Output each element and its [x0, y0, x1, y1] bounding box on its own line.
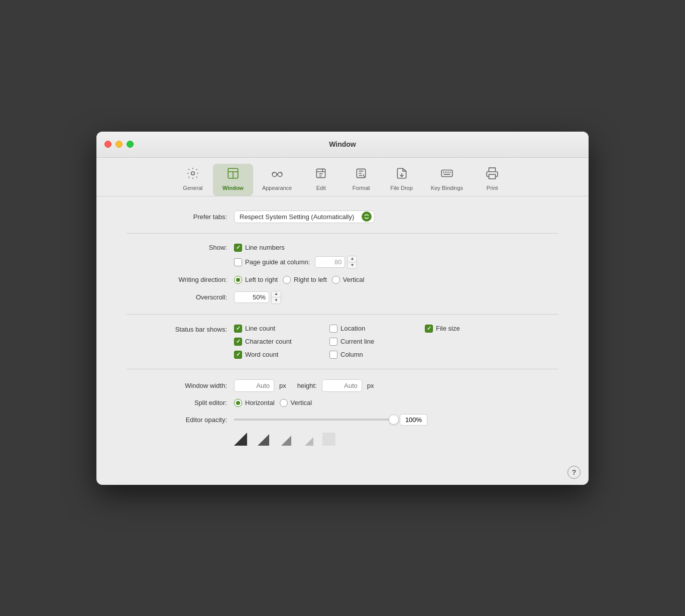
opacity-slider-track [234, 419, 395, 421]
opacity-slider-thumb[interactable] [389, 415, 399, 425]
tab-print[interactable]: Print [472, 164, 512, 196]
opacity-value: 100% [400, 414, 427, 426]
horizontal-radio[interactable] [234, 399, 242, 407]
maximize-button[interactable] [127, 141, 134, 148]
page-guide-checkbox[interactable] [234, 258, 242, 266]
close-button[interactable] [104, 141, 111, 148]
window-size-content: px height: px [234, 379, 374, 392]
format-icon [355, 167, 368, 183]
swatch-3[interactable] [278, 433, 291, 448]
tab-appearance-label: Appearance [262, 185, 292, 191]
size-swatches [234, 433, 558, 448]
prefer-tabs-select[interactable]: Respect System Setting (Automatically) [234, 211, 375, 223]
file-size-checkbox[interactable] [425, 325, 433, 333]
location-group[interactable]: Location [329, 325, 420, 333]
overscroll-decrement[interactable]: ▼ [272, 297, 281, 303]
horizontal-radio-group[interactable]: Horizontal [234, 399, 275, 407]
tab-appearance[interactable]: Appearance [253, 164, 301, 196]
tab-edit-label: Edit [316, 185, 326, 191]
current-line-group[interactable]: Current line [329, 338, 420, 346]
line-count-checkbox[interactable] [234, 325, 242, 333]
page-guide-input[interactable]: 80 [315, 256, 345, 268]
print-icon [486, 167, 499, 183]
page-guide-stepper-buttons: ▲ ▼ [347, 256, 357, 269]
swatch-1[interactable] [234, 433, 247, 448]
file-size-group[interactable]: File size [425, 325, 515, 333]
split-editor-options: Horizontal Vertical [234, 399, 312, 407]
line-count-label: Line count [245, 325, 275, 332]
svg-rect-20 [489, 174, 496, 179]
line-numbers-label: Line numbers [245, 244, 285, 251]
tab-file-drop[interactable]: File Drop [381, 164, 422, 196]
vertical-label: Vertical [343, 276, 365, 283]
window-width-input[interactable] [234, 379, 274, 392]
page-guide-decrement[interactable]: ▼ [348, 262, 357, 268]
swatch-4[interactable] [300, 433, 313, 448]
vertical-radio-group[interactable]: Vertical [332, 276, 365, 284]
column-checkbox[interactable] [329, 351, 337, 359]
line-count-group[interactable]: Line count [234, 325, 324, 333]
edit-icon [314, 167, 327, 183]
editor-opacity-label: Editor opacity: [127, 416, 227, 424]
tab-general[interactable]: General [173, 164, 213, 196]
overscroll-increment[interactable]: ▲ [272, 291, 281, 297]
show-line-numbers: Line numbers [234, 244, 285, 252]
show-label: Show: [127, 244, 227, 251]
split-vertical-radio-group[interactable]: Vertical [280, 399, 312, 407]
overscroll-input[interactable]: 50% [234, 291, 269, 303]
keyboard-icon [440, 167, 453, 183]
tab-format[interactable]: Format [341, 164, 381, 196]
line-numbers-checkbox[interactable] [234, 244, 242, 252]
content-area: Prefer tabs: Respect System Setting (Aut… [96, 196, 589, 462]
svg-rect-10 [441, 170, 452, 176]
svg-marker-24 [305, 437, 313, 446]
tab-key-bindings[interactable]: Key Bindings [422, 164, 472, 196]
svg-point-16 [443, 172, 444, 172]
column-group[interactable]: Column [329, 351, 420, 359]
divider-3 [127, 369, 558, 369]
current-line-checkbox[interactable] [329, 338, 337, 346]
help-button[interactable]: ? [567, 466, 581, 479]
char-count-label: Character count [245, 338, 292, 345]
editor-opacity-content: 100% [234, 414, 427, 426]
overscroll-content: 50% ▲ ▼ [234, 291, 281, 304]
horizontal-label: Horizontal [245, 399, 275, 406]
ltr-radio[interactable] [234, 276, 242, 284]
page-guide-label: Page guide at column: [245, 258, 310, 266]
swatch-5[interactable] [322, 433, 335, 448]
traffic-lights [104, 141, 134, 148]
location-checkbox[interactable] [329, 325, 337, 333]
vertical-radio[interactable] [332, 276, 340, 284]
tab-edit[interactable]: Edit [301, 164, 341, 196]
tab-key-bindings-label: Key Bindings [431, 185, 463, 191]
swatch-2[interactable] [256, 433, 269, 448]
prefer-tabs-label: Prefer tabs: [127, 213, 227, 221]
title-bar: Window [96, 132, 589, 158]
split-vertical-radio[interactable] [280, 399, 288, 407]
rtl-radio[interactable] [283, 276, 291, 284]
current-line-label: Current line [340, 338, 374, 345]
ltr-radio-group[interactable]: Left to right [234, 276, 278, 284]
word-count-checkbox[interactable] [234, 351, 242, 359]
show-row: Show: Line numbers [127, 244, 558, 252]
page-guide-increment[interactable]: ▲ [348, 256, 357, 262]
app-window: Window General Window [96, 132, 589, 485]
svg-rect-25 [322, 433, 335, 446]
writing-direction-label: Writing direction: [127, 276, 227, 283]
word-count-group[interactable]: Word count [234, 351, 324, 359]
window-height-input[interactable] [322, 379, 362, 392]
svg-marker-23 [281, 436, 291, 446]
status-bar-row: Status bar shows: Line count Location Fi… [127, 325, 558, 359]
tab-format-label: Format [353, 185, 370, 191]
page-guide-stepper: 80 ▲ ▼ [315, 256, 357, 269]
char-count-checkbox[interactable] [234, 338, 242, 346]
tab-window[interactable]: Window [213, 164, 253, 196]
page-guide-checkbox-group[interactable]: Page guide at column: [234, 258, 310, 266]
line-numbers-checkbox-group[interactable]: Line numbers [234, 244, 285, 252]
window-width-label: Window width: [127, 382, 227, 389]
char-count-group[interactable]: Character count [234, 338, 324, 346]
minimize-button[interactable] [116, 141, 123, 148]
rtl-radio-group[interactable]: Right to left [283, 276, 327, 284]
filedrop-icon [395, 167, 408, 183]
split-editor-label: Split editor: [127, 399, 227, 406]
